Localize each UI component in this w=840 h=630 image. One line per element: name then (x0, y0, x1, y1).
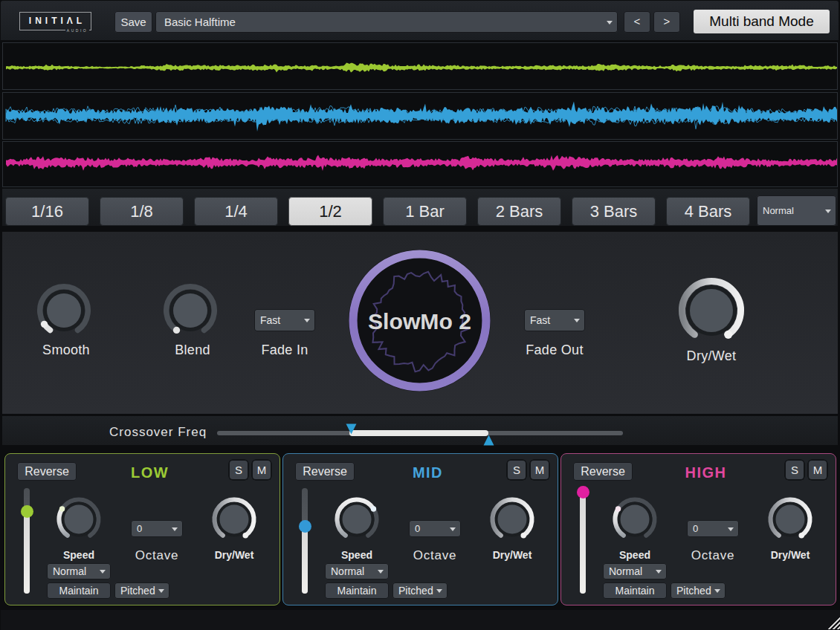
svg-text:SlowMo 2: SlowMo 2 (368, 309, 471, 334)
